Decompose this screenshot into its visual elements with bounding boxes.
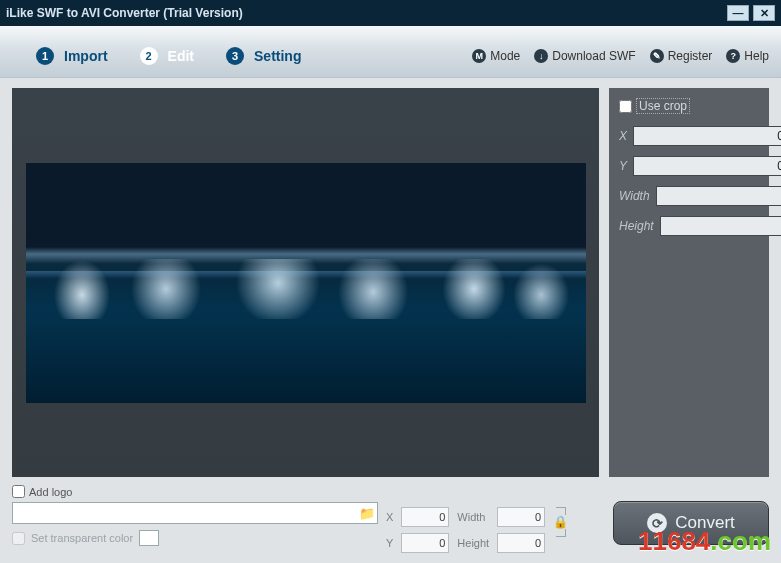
tab-setting[interactable]: 3 Setting: [216, 39, 329, 73]
logo-x-input[interactable]: [401, 507, 449, 527]
titlebar: iLike SWF to AVI Converter (Trial Versio…: [0, 0, 781, 26]
tab-number-icon: 2: [140, 47, 158, 65]
crop-y-label: Y: [619, 159, 627, 173]
logo-path-input[interactable]: [12, 502, 378, 524]
tab-bar: 1 Import 2 Edit 3 Setting M Mode ↓ Downl…: [0, 26, 781, 78]
browse-icon[interactable]: 📁: [356, 502, 378, 524]
crop-x-input[interactable]: [633, 126, 781, 146]
link-label: Register: [668, 49, 713, 63]
tab-edit[interactable]: 2 Edit: [130, 39, 222, 73]
download-swf-link[interactable]: ↓ Download SWF: [534, 49, 635, 63]
tab-label: Import: [64, 48, 108, 64]
preview-panel: [12, 88, 599, 477]
crop-panel: Use crop X Y Width Height: [609, 88, 769, 477]
logo-y-input[interactable]: [401, 533, 449, 553]
transparent-color-swatch[interactable]: [139, 530, 159, 546]
help-icon: ?: [726, 49, 740, 63]
client-area: Use crop X Y Width Height: [0, 78, 781, 563]
link-label: Help: [744, 49, 769, 63]
crop-y-input[interactable]: [633, 156, 781, 176]
crop-width-label: Width: [619, 189, 650, 203]
register-link[interactable]: ✎ Register: [650, 49, 713, 63]
aspect-lock[interactable]: 🔒: [553, 507, 568, 537]
preview-artwork: [26, 259, 586, 319]
tab-label: Setting: [254, 48, 301, 64]
tab-import[interactable]: 1 Import: [26, 39, 136, 73]
use-crop-checkbox[interactable]: [619, 100, 632, 113]
crop-x-label: X: [619, 129, 627, 143]
add-logo-label: Add logo: [29, 486, 72, 498]
link-label: Download SWF: [552, 49, 635, 63]
mode-icon: M: [472, 49, 486, 63]
crop-width-input[interactable]: [656, 186, 781, 206]
logo-position-grid: X Width Y Height: [386, 507, 545, 553]
download-icon: ↓: [534, 49, 548, 63]
logo-height-label: Height: [457, 537, 489, 549]
close-button[interactable]: ✕: [753, 5, 775, 21]
add-logo-checkbox[interactable]: [12, 485, 25, 498]
logo-height-input[interactable]: [497, 533, 545, 553]
link-label: Mode: [490, 49, 520, 63]
logo-width-label: Width: [457, 511, 489, 523]
tab-number-icon: 3: [226, 47, 244, 65]
mode-link[interactable]: M Mode: [472, 49, 520, 63]
watermark: 11684.com: [638, 526, 771, 557]
crop-height-input[interactable]: [660, 216, 781, 236]
transparent-color-checkbox[interactable]: [12, 532, 25, 545]
lock-icon: 🔒: [553, 515, 568, 529]
minimize-button[interactable]: —: [727, 5, 749, 21]
transparent-color-label: Set transparent color: [31, 532, 133, 544]
logo-y-label: Y: [386, 537, 393, 549]
crop-height-label: Height: [619, 219, 654, 233]
video-preview[interactable]: [26, 163, 586, 403]
tab-number-icon: 1: [36, 47, 54, 65]
logo-x-label: X: [386, 511, 393, 523]
tab-label: Edit: [168, 48, 194, 64]
use-crop-label: Use crop: [636, 98, 690, 114]
window-title: iLike SWF to AVI Converter (Trial Versio…: [6, 6, 723, 20]
help-link[interactable]: ? Help: [726, 49, 769, 63]
register-icon: ✎: [650, 49, 664, 63]
top-links: M Mode ↓ Download SWF ✎ Register ? Help: [472, 49, 769, 63]
logo-width-input[interactable]: [497, 507, 545, 527]
